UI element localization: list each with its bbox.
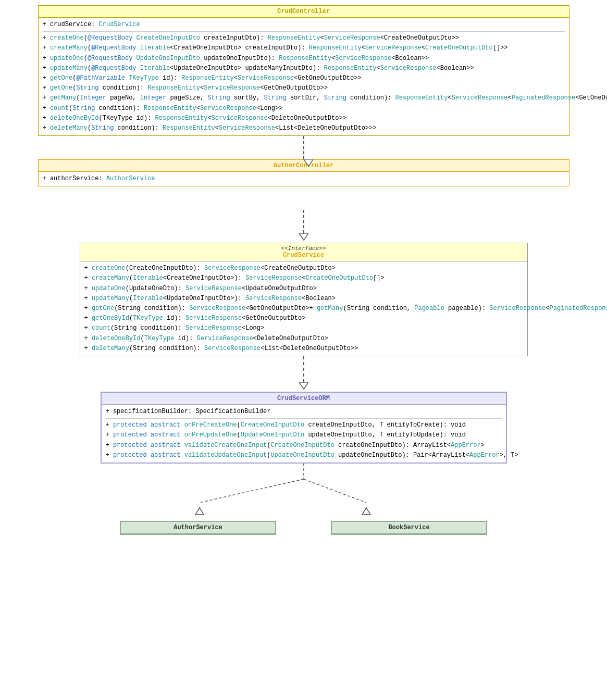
cs-method-create-one: + createOne(CreateOneInputDto): ServiceR… <box>84 264 523 273</box>
svg-line-5 <box>304 479 366 503</box>
author-service-header: AuthorService <box>121 522 275 534</box>
orm-spec-field: + specificationBuilder: SpecificationBui… <box>106 407 502 417</box>
bottom-arrows-svg <box>101 464 507 521</box>
method-create-one: + createOne(@RequestBody CreateOneInputD… <box>43 33 565 43</box>
method-delete-many: + deleteMany(String condition): Response… <box>43 123 565 133</box>
dashed-line-2 <box>303 210 304 233</box>
crud-service-orm-title: CrudServiceORM <box>277 395 330 402</box>
author-service-field: + authorService: AuthorService <box>43 174 565 184</box>
method-create-many: + createMany(@RequestBody Iterable<Creat… <box>43 43 565 53</box>
svg-marker-6 <box>195 508 204 515</box>
hollow-triangle-orm <box>299 382 308 392</box>
crud-controller-body: + crudService: CrudService + createOne(@… <box>39 18 569 135</box>
crud-service-stereotype: <<Interface>> <box>84 245 523 252</box>
cs-method-get-one-get-many: + getOne(String condition): ServiceRespo… <box>84 304 523 314</box>
cs-method-count: + count(String condition): ServiceRespon… <box>84 323 523 333</box>
cs-method-delete-one: + deleteOneById(TKeyType id): ServiceRes… <box>84 334 523 344</box>
crud-service-orm-body: + specificationBuilder: SpecificationBui… <box>102 405 506 463</box>
crud-service-title: CrudService <box>283 252 324 259</box>
crud-service-orm-header: CrudServiceORM <box>102 393 506 405</box>
orm-method-validate-create: + protected abstract validateCreateOneIn… <box>106 441 502 451</box>
svg-marker-7 <box>362 508 370 515</box>
crud-controller-field: + crudService: CrudService <box>43 20 565 30</box>
orm-method-pre-create: + protected abstract onPreCreateOne(Crea… <box>106 420 502 430</box>
method-get-many: + getMany(Integer pageNo, Integer pageSi… <box>43 93 565 103</box>
svg-marker-1 <box>299 233 308 240</box>
method-get-one-id: + getOne(@PathVariable TKeyType id): Res… <box>43 73 565 83</box>
dashed-line-1 <box>303 136 304 159</box>
author-service-box: AuthorService <box>120 521 276 535</box>
bottom-arrows-container <box>101 464 507 521</box>
crud-service-orm-box: CrudServiceORM + specificationBuilder: S… <box>101 392 507 464</box>
author-controller-body: + authorService: AuthorService <box>39 172 569 186</box>
dashed-line-3 <box>303 356 304 382</box>
cs-method-get-one-by-id: + getOneById(TKeyType id): ServiceRespon… <box>84 314 523 323</box>
method-update-many: + updateMany(@RequestBody Iterable<Updat… <box>43 64 565 73</box>
crud-service-header: <<Interface>> CrudService <box>80 243 527 261</box>
cs-method-create-many: + createMany(Iterable<CreateOneInputDto>… <box>84 273 523 283</box>
cs-method-update-one: + updateOne(UpdateOneDto): ServiceRespon… <box>84 284 523 294</box>
book-service-header: BookService <box>332 522 486 534</box>
crud-service-body: + createOne(CreateOneInputDto): ServiceR… <box>80 261 527 356</box>
author-service-title: AuthorService <box>174 524 222 531</box>
method-count: + count(String condition): ResponseEntit… <box>43 104 565 114</box>
method-get-one-str: + getOne(String condition): ResponseEnti… <box>43 83 565 93</box>
crud-controller-box: CrudController + crudService: CrudServic… <box>38 5 569 136</box>
arrow-crud-to-author <box>38 136 569 159</box>
method-update-one: + updateOne(@RequestBody UpdateOneInputD… <box>43 54 565 64</box>
orm-method-validate-update: + protected abstract validateUpdateOneIn… <box>106 451 502 460</box>
crud-controller-name: CrudController <box>277 8 330 15</box>
book-service-box: BookService <box>331 521 487 535</box>
crud-service-box: <<Interface>> CrudService + createOne(Cr… <box>80 243 528 356</box>
svg-line-4 <box>200 479 304 503</box>
cs-method-update-many: + updateMany(Iterable<UpdateOneInputDto>… <box>84 294 523 304</box>
cs-method-delete-many: + deleteMany(String condition): ServiceR… <box>84 344 523 354</box>
method-delete-one: + deleteOneById(TKeyType id): ResponseEn… <box>43 114 565 123</box>
orm-method-pre-update: + protected abstract onPreUpdateOne(Upda… <box>106 430 502 440</box>
book-service-title: BookService <box>388 524 429 531</box>
crud-controller-title: CrudController <box>39 6 569 18</box>
hollow-triangle-crud-service <box>299 233 308 243</box>
svg-marker-2 <box>299 382 308 389</box>
svg-marker-0 <box>304 159 313 166</box>
arrow-to-crud-service <box>299 210 308 243</box>
arrow-to-crud-service-orm <box>299 356 308 392</box>
bottom-services-row: AuthorService BookService <box>101 521 507 535</box>
